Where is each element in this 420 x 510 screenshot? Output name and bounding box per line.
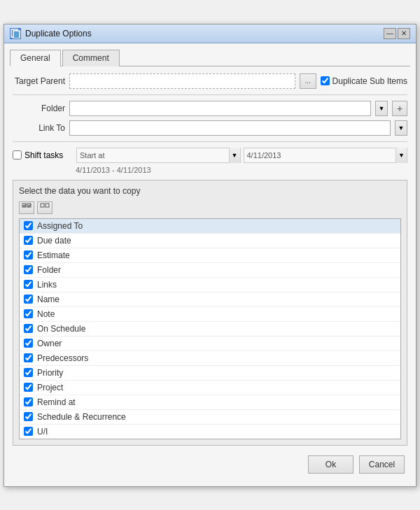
list-item-checkbox[interactable] [24,221,33,230]
folder-add-button[interactable]: + [392,101,407,116]
target-parent-row: Target Parent ... Duplicate Sub Items [13,73,407,89]
shift-tasks-row: Shift tasks Start at ▼ 4/11/2013 ▼ [13,148,407,163]
list-item: Due date [20,234,400,248]
folder-dropdown-arrow[interactable]: ▼ [375,101,388,116]
list-item: Remind at [20,395,400,410]
list-item-label: U/I [37,427,48,437]
tab-comment[interactable]: Comment [62,50,120,66]
list-item: Assigned To [20,219,400,234]
list-item-label: Priority [37,368,63,378]
list-item-label: On Schedule [37,324,85,334]
list-item-label: Estimate [37,250,70,260]
list-item-checkbox[interactable] [24,339,33,348]
folder-row: Folder ▼ + [13,101,407,116]
uncheck-all-button[interactable] [37,201,52,214]
link-to-dropdown-arrow[interactable]: ▼ [395,120,407,136]
copy-section-title: Select the data you want to copy [19,186,401,196]
title-buttons: — ✕ [384,28,410,39]
target-parent-label: Target Parent [13,76,65,86]
list-item: Priority [20,366,400,381]
list-item-checkbox[interactable] [24,236,33,245]
items-list: Assigned ToDue dateEstimateFolderLinksNa… [19,218,401,439]
list-item-label: Owner [37,339,62,348]
list-item-label: Schedule & Recurrence [37,412,126,422]
list-item: Schedule & Recurrence [20,410,400,425]
browse-button[interactable]: ... [300,73,316,89]
shift-tasks-label: Shift tasks [24,150,63,160]
link-to-input[interactable] [69,120,391,136]
list-item-label: Due date [37,236,71,246]
duplicate-sub-items-label: Duplicate Sub Items [321,76,407,86]
target-parent-input[interactable] [69,73,295,89]
list-item-label: Remind at [37,397,76,407]
list-item: On Schedule [20,322,400,337]
footer: Ok Cancel [10,448,410,481]
list-item: Estimate [20,248,400,263]
duplicate-sub-items-checkbox[interactable] [321,76,330,85]
list-item-checkbox[interactable] [24,295,33,304]
shift-tasks-check-group: Shift tasks [13,150,72,160]
list-item-checkbox[interactable] [24,427,33,436]
list-item-checkbox[interactable] [24,324,33,333]
title-bar: Duplicate Options — ✕ [4,24,416,43]
link-to-row: Link To ▼ [13,120,407,136]
list-item-label: Project [37,383,63,392]
form-section: Target Parent ... Duplicate Sub Items Fo… [10,73,410,446]
list-item: Owner [20,337,400,351]
duplicate-options-dialog: Duplicate Options — ✕ General Comment Ta… [4,24,416,487]
start-at-text: Start at [77,150,229,161]
dialog-icon [10,28,21,39]
list-item-checkbox[interactable] [24,353,33,362]
title-bar-left: Duplicate Options [10,28,92,39]
list-item-checkbox[interactable] [24,383,33,392]
svg-rect-4 [41,204,44,207]
list-item-checkbox[interactable] [24,397,33,406]
ok-button[interactable]: Ok [308,455,354,474]
minimize-button[interactable]: — [384,28,396,39]
link-to-label: Link To [13,123,65,133]
list-item: Project [20,381,400,395]
svg-rect-1 [13,31,20,38]
list-item-checkbox[interactable] [24,250,33,260]
list-item: Predecessors [20,351,400,366]
list-item: Note [20,307,400,322]
list-item-checkbox[interactable] [24,368,33,377]
list-item: Folder [20,263,400,278]
folder-input[interactable] [69,101,371,116]
list-item: Links [20,278,400,292]
dialog-title: Duplicate Options [25,29,92,38]
list-item-label: Name [37,295,59,304]
check-all-button[interactable] [19,201,34,214]
copy-section: Select the data you want to copy [13,180,407,446]
list-item-label: Folder [37,265,61,275]
list-item-checkbox[interactable] [24,309,33,318]
date-range-text: 4/11/2013 - 4/11/2013 [13,166,407,174]
list-item-label: Note [37,309,55,319]
cancel-button[interactable]: Cancel [359,455,405,474]
list-item: Name [20,292,400,307]
list-item-checkbox[interactable] [24,265,33,274]
list-item-label: Predecessors [37,353,88,363]
tab-general[interactable]: General [10,50,61,66]
dialog-body: General Comment Target Parent ... Duplic… [4,43,416,486]
list-item-label: Links [37,280,57,290]
divider-1 [13,94,407,95]
list-item-checkbox[interactable] [24,412,33,421]
list-item-label: Assigned To [37,221,83,231]
start-at-dropdown-arrow[interactable]: ▼ [229,148,240,163]
date-dropdown-arrow[interactable]: ▼ [396,148,407,163]
svg-rect-5 [46,204,49,207]
close-button[interactable]: ✕ [398,28,410,39]
divider-2 [13,141,407,142]
list-item: U/I [20,425,400,439]
shift-tasks-checkbox[interactable] [13,150,22,160]
list-item-checkbox[interactable] [24,280,33,289]
folder-label: Folder [13,104,65,113]
icon-toolbar [19,201,401,214]
tab-bar: General Comment [10,49,410,66]
date-text: 4/11/2013 [244,150,396,161]
